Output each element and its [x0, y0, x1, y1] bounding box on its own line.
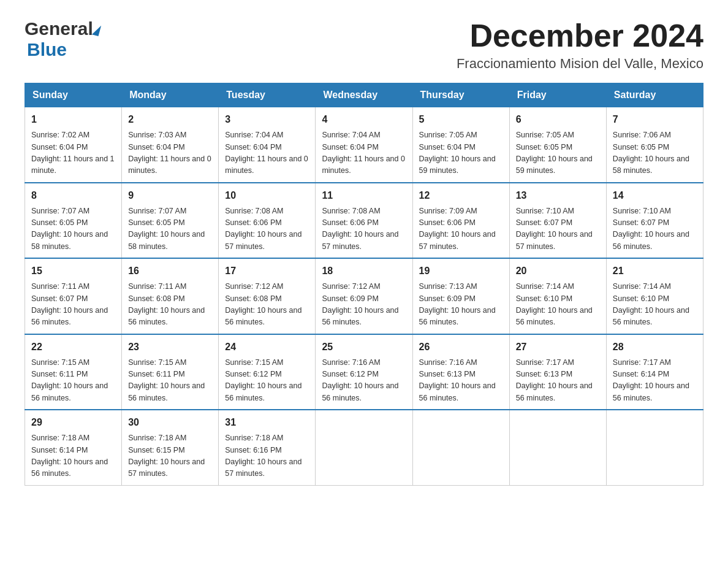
header-monday: Monday [122, 83, 219, 107]
day-info: Sunrise: 7:17 AMSunset: 6:14 PMDaylight:… [613, 357, 697, 405]
table-row [509, 410, 606, 485]
day-number: 29 [31, 415, 115, 430]
day-info: Sunrise: 7:16 AMSunset: 6:13 PMDaylight:… [419, 357, 503, 405]
table-row: 11Sunrise: 7:08 AMSunset: 6:06 PMDayligh… [316, 183, 412, 259]
calendar-week-5: 29Sunrise: 7:18 AMSunset: 6:14 PMDayligh… [25, 410, 703, 485]
day-info: Sunrise: 7:03 AMSunset: 6:04 PMDaylight:… [128, 129, 212, 177]
table-row: 8Sunrise: 7:07 AMSunset: 6:05 PMDaylight… [25, 183, 122, 259]
day-number: 5 [419, 112, 503, 127]
table-row: 31Sunrise: 7:18 AMSunset: 6:16 PMDayligh… [219, 410, 316, 485]
day-number: 22 [31, 340, 115, 354]
logo-blue-text: Blue [25, 39, 67, 59]
day-info: Sunrise: 7:08 AMSunset: 6:06 PMDaylight:… [322, 205, 406, 253]
day-info: Sunrise: 7:16 AMSunset: 6:12 PMDaylight:… [322, 357, 406, 405]
day-info: Sunrise: 7:10 AMSunset: 6:07 PMDaylight:… [613, 205, 697, 253]
table-row: 13Sunrise: 7:10 AMSunset: 6:07 PMDayligh… [509, 183, 606, 259]
day-info: Sunrise: 7:15 AMSunset: 6:11 PMDaylight:… [31, 357, 115, 405]
day-info: Sunrise: 7:12 AMSunset: 6:08 PMDaylight:… [225, 281, 309, 329]
day-info: Sunrise: 7:17 AMSunset: 6:13 PMDaylight:… [516, 357, 600, 405]
day-info: Sunrise: 7:08 AMSunset: 6:06 PMDaylight:… [225, 205, 309, 253]
day-number: 30 [128, 415, 212, 430]
page-header: General Blue December 2024 Fraccionamien… [25, 18, 703, 72]
table-row: 22Sunrise: 7:15 AMSunset: 6:11 PMDayligh… [25, 334, 122, 410]
header-sunday: Sunday [25, 83, 122, 107]
logo-general-text: General [25, 18, 93, 39]
day-number: 23 [128, 340, 212, 354]
day-number: 14 [613, 188, 697, 203]
day-number: 26 [419, 340, 503, 354]
table-row: 3Sunrise: 7:04 AMSunset: 6:04 PMDaylight… [219, 107, 316, 183]
day-info: Sunrise: 7:05 AMSunset: 6:05 PMDaylight:… [516, 129, 600, 177]
day-info: Sunrise: 7:13 AMSunset: 6:09 PMDaylight:… [419, 281, 503, 329]
table-row [412, 410, 509, 485]
table-row: 10Sunrise: 7:08 AMSunset: 6:06 PMDayligh… [219, 183, 316, 259]
day-info: Sunrise: 7:18 AMSunset: 6:14 PMDaylight:… [31, 432, 115, 480]
calendar-week-2: 8Sunrise: 7:07 AMSunset: 6:05 PMDaylight… [25, 183, 703, 259]
table-row: 26Sunrise: 7:16 AMSunset: 6:13 PMDayligh… [412, 334, 509, 410]
table-row: 24Sunrise: 7:15 AMSunset: 6:12 PMDayligh… [219, 334, 316, 410]
table-row: 29Sunrise: 7:18 AMSunset: 6:14 PMDayligh… [25, 410, 122, 485]
table-row: 1Sunrise: 7:02 AMSunset: 6:04 PMDaylight… [25, 107, 122, 183]
calendar-table: Sunday Monday Tuesday Wednesday Thursday… [25, 83, 703, 486]
day-number: 10 [225, 188, 309, 203]
table-row: 6Sunrise: 7:05 AMSunset: 6:05 PMDaylight… [509, 107, 606, 183]
day-number: 20 [516, 264, 600, 278]
day-info: Sunrise: 7:18 AMSunset: 6:15 PMDaylight:… [128, 432, 212, 480]
table-row: 16Sunrise: 7:11 AMSunset: 6:08 PMDayligh… [122, 258, 219, 334]
table-row: 25Sunrise: 7:16 AMSunset: 6:12 PMDayligh… [316, 334, 412, 410]
table-row: 12Sunrise: 7:09 AMSunset: 6:06 PMDayligh… [412, 183, 509, 259]
table-row: 18Sunrise: 7:12 AMSunset: 6:09 PMDayligh… [316, 258, 412, 334]
day-number: 6 [516, 112, 600, 127]
calendar-week-3: 15Sunrise: 7:11 AMSunset: 6:07 PMDayligh… [25, 258, 703, 334]
table-row [316, 410, 412, 485]
day-number: 31 [225, 415, 309, 430]
day-number: 24 [225, 340, 309, 354]
weekday-header-row: Sunday Monday Tuesday Wednesday Thursday… [25, 83, 703, 107]
day-info: Sunrise: 7:15 AMSunset: 6:11 PMDaylight:… [128, 357, 212, 405]
day-number: 3 [225, 112, 309, 127]
header-wednesday: Wednesday [316, 83, 412, 107]
table-row: 7Sunrise: 7:06 AMSunset: 6:05 PMDaylight… [606, 107, 703, 183]
table-row: 5Sunrise: 7:05 AMSunset: 6:04 PMDaylight… [412, 107, 509, 183]
day-number: 7 [613, 112, 697, 127]
logo: General Blue [25, 18, 100, 60]
header-thursday: Thursday [412, 83, 509, 107]
day-number: 1 [31, 112, 115, 127]
day-info: Sunrise: 7:06 AMSunset: 6:05 PMDaylight:… [613, 129, 697, 177]
table-row: 17Sunrise: 7:12 AMSunset: 6:08 PMDayligh… [219, 258, 316, 334]
day-number: 12 [419, 188, 503, 203]
table-row: 9Sunrise: 7:07 AMSunset: 6:05 PMDaylight… [122, 183, 219, 259]
table-row: 30Sunrise: 7:18 AMSunset: 6:15 PMDayligh… [122, 410, 219, 485]
day-info: Sunrise: 7:05 AMSunset: 6:04 PMDaylight:… [419, 129, 503, 177]
day-number: 2 [128, 112, 212, 127]
location-title: Fraccionamiento Mision del Valle, Mexico [457, 56, 703, 72]
table-row: 2Sunrise: 7:03 AMSunset: 6:04 PMDaylight… [122, 107, 219, 183]
day-number: 19 [419, 264, 503, 278]
day-info: Sunrise: 7:18 AMSunset: 6:16 PMDaylight:… [225, 432, 309, 480]
day-number: 11 [322, 188, 406, 203]
day-number: 17 [225, 264, 309, 278]
table-row: 21Sunrise: 7:14 AMSunset: 6:10 PMDayligh… [606, 258, 703, 334]
table-row: 28Sunrise: 7:17 AMSunset: 6:14 PMDayligh… [606, 334, 703, 410]
day-info: Sunrise: 7:04 AMSunset: 6:04 PMDaylight:… [322, 129, 406, 177]
calendar-week-1: 1Sunrise: 7:02 AMSunset: 6:04 PMDaylight… [25, 107, 703, 183]
header-tuesday: Tuesday [219, 83, 316, 107]
day-number: 15 [31, 264, 115, 278]
day-number: 8 [31, 188, 115, 203]
day-info: Sunrise: 7:14 AMSunset: 6:10 PMDaylight:… [613, 281, 697, 329]
table-row: 20Sunrise: 7:14 AMSunset: 6:10 PMDayligh… [509, 258, 606, 334]
day-info: Sunrise: 7:04 AMSunset: 6:04 PMDaylight:… [225, 129, 309, 177]
day-info: Sunrise: 7:10 AMSunset: 6:07 PMDaylight:… [516, 205, 600, 253]
table-row: 14Sunrise: 7:10 AMSunset: 6:07 PMDayligh… [606, 183, 703, 259]
day-number: 21 [613, 264, 697, 278]
day-number: 28 [613, 340, 697, 354]
month-title: December 2024 [457, 18, 703, 53]
day-number: 27 [516, 340, 600, 354]
table-row: 19Sunrise: 7:13 AMSunset: 6:09 PMDayligh… [412, 258, 509, 334]
day-number: 25 [322, 340, 406, 354]
day-info: Sunrise: 7:07 AMSunset: 6:05 PMDaylight:… [31, 205, 115, 253]
day-info: Sunrise: 7:02 AMSunset: 6:04 PMDaylight:… [31, 129, 115, 177]
calendar-week-4: 22Sunrise: 7:15 AMSunset: 6:11 PMDayligh… [25, 334, 703, 410]
day-number: 4 [322, 112, 406, 127]
table-row: 27Sunrise: 7:17 AMSunset: 6:13 PMDayligh… [509, 334, 606, 410]
